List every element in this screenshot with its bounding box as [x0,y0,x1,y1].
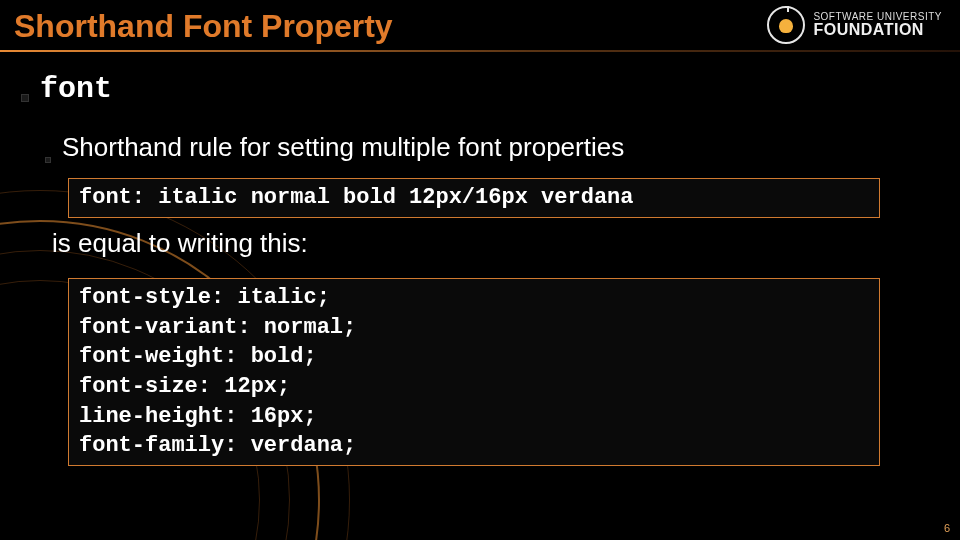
mid-text: is equal to writing this: [52,228,308,259]
lightbulb-icon [767,6,805,44]
page-number: 6 [944,522,950,534]
slide-title: Shorthand Font Property [14,8,393,45]
bullet-sub-text: Shorthand rule for setting multiple font… [62,132,624,163]
code-shorthand: font: italic normal bold 12px/16px verda… [68,178,880,218]
bullet-main-text: font [40,72,112,106]
title-underline [0,50,960,52]
slide: Shorthand Font Property SOFTWARE UNIVERS… [0,0,960,540]
logo: SOFTWARE UNIVERSITY FOUNDATION [767,6,942,44]
logo-line2: FOUNDATION [813,22,942,38]
logo-text: SOFTWARE UNIVERSITY FOUNDATION [813,12,942,38]
bullet-icon [20,93,30,103]
code-expanded: font-style: italic; font-variant: normal… [68,278,880,466]
bullet-sub: Shorthand rule for setting multiple font… [44,132,624,163]
bullet-icon [44,156,52,164]
bullet-main: font [20,72,112,106]
